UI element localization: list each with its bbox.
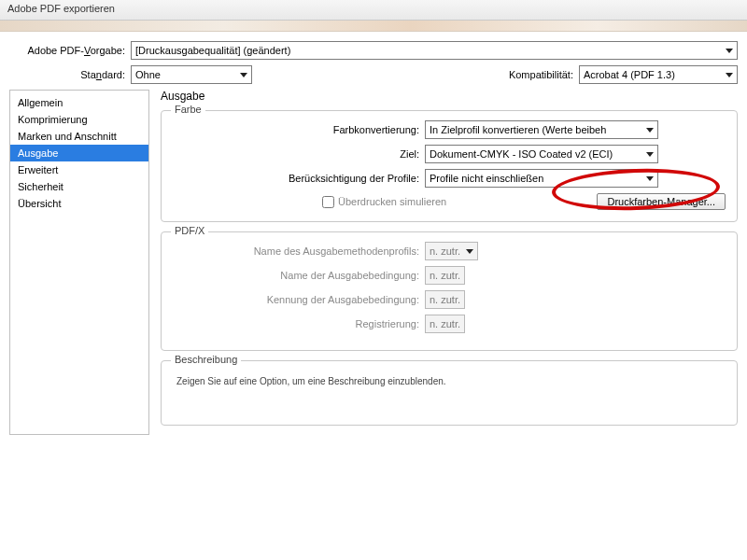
overprint-input[interactable]: [322, 196, 334, 208]
window-titlebar: Adobe PDF exportieren: [0, 0, 747, 21]
sidebar-item-label: Ausgabe: [18, 147, 58, 159]
pdfx-profile-name-label: Name des Ausgabemethodenprofils:: [173, 245, 425, 257]
chevron-down-icon: [646, 128, 654, 133]
category-sidebar: Allgemein Komprimierung Marken und Ansch…: [9, 90, 149, 435]
chevron-down-icon: [240, 73, 247, 77]
standard-select[interactable]: Ohne: [131, 65, 252, 84]
pdfx-title: PDF/X: [171, 225, 208, 236]
compat-label: Kompatibilität:: [509, 69, 579, 80]
sidebar-item-ausgabe[interactable]: Ausgabe: [10, 145, 148, 161]
target-value: Dokument-CMYK - ISO Coated v2 (ECI): [430, 148, 613, 160]
sidebar-item-sicherheit[interactable]: Sicherheit: [10, 178, 148, 195]
pdfx-condition-name-field: n. zutr.: [425, 266, 465, 285]
pdfx-condition-id-label: Kennung der Ausgabebedingung:: [173, 294, 425, 305]
farbe-group: Farbe Farbkonvertierung: In Zielprofil k…: [161, 110, 738, 222]
chevron-down-icon: [646, 176, 654, 181]
preset-value: [Druckausgabequalität] (geändert): [135, 45, 290, 56]
sidebar-item-uebersicht[interactable]: Übersicht: [10, 195, 148, 212]
sidebar-item-label: Übersicht: [18, 198, 61, 209]
overprint-label: Überdrucken simulieren: [338, 196, 446, 207]
sidebar-item-allgemein[interactable]: Allgemein: [10, 94, 148, 111]
chevron-down-icon: [726, 49, 733, 53]
pdfx-registry-label: Registrierung:: [173, 318, 425, 329]
description-title: Beschreibung: [171, 354, 241, 365]
standard-label: Standard:: [9, 69, 131, 80]
ink-manager-button[interactable]: Druckfarben-Manager...: [597, 193, 726, 210]
decorative-strip: [0, 21, 747, 32]
target-select[interactable]: Dokument-CMYK - ISO Coated v2 (ECI): [425, 145, 658, 163]
window-title: Adobe PDF exportieren: [7, 3, 115, 14]
conversion-value: In Zielprofil konvertieren (Werte beibeh: [430, 124, 606, 135]
chevron-down-icon: [466, 249, 473, 254]
sidebar-item-marken[interactable]: Marken und Anschnitt: [10, 128, 148, 145]
preset-select[interactable]: [Druckausgabequalität] (geändert): [131, 41, 738, 60]
pdfx-group: PDF/X Name des Ausgabemethodenprofils: n…: [161, 231, 738, 351]
conversion-select[interactable]: In Zielprofil konvertieren (Werte beibeh: [425, 120, 658, 139]
sidebar-item-label: Erweitert: [18, 164, 58, 175]
chevron-down-icon: [646, 152, 654, 157]
sidebar-item-label: Allgemein: [18, 97, 63, 108]
farbe-title: Farbe: [171, 104, 205, 115]
sidebar-item-komprimierung[interactable]: Komprimierung: [10, 111, 148, 128]
preset-label: Adobe PDF-Vorgabe:: [9, 45, 131, 56]
sidebar-item-erweitert[interactable]: Erweitert: [10, 161, 148, 178]
pdfx-registry-field: n. zutr.: [425, 315, 465, 333]
pdfx-condition-id-field: n. zutr.: [425, 290, 465, 309]
compat-value: Acrobat 4 (PDF 1.3): [584, 69, 675, 80]
pdfx-condition-name-label: Name der Ausgabebedingung:: [173, 270, 425, 281]
pdfx-profile-name-select: n. zutr.: [425, 242, 478, 260]
standard-value: Ohne: [135, 69, 161, 80]
sidebar-item-label: Marken und Anschnitt: [18, 131, 117, 142]
profiles-select[interactable]: Profile nicht einschließen: [425, 169, 658, 188]
pdfx-registry-value: n. zutr.: [430, 318, 460, 329]
pdfx-condition-id-value: n. zutr.: [430, 294, 460, 305]
profiles-label: Berücksichtigung der Profile:: [173, 173, 425, 184]
sidebar-item-label: Sicherheit: [18, 181, 63, 192]
panel-heading: Ausgabe: [161, 90, 738, 103]
profiles-value: Profile nicht einschließen: [430, 173, 543, 184]
description-text: Zeigen Sie auf eine Option, um eine Besc…: [173, 371, 726, 392]
chevron-down-icon: [726, 73, 733, 77]
sidebar-item-label: Komprimierung: [18, 114, 88, 125]
compat-select[interactable]: Acrobat 4 (PDF 1.3): [579, 65, 738, 84]
target-label: Ziel:: [173, 148, 425, 160]
description-group: Beschreibung Zeigen Sie auf eine Option,…: [161, 360, 738, 426]
pdfx-condition-name-value: n. zutr.: [430, 270, 460, 281]
pdfx-profile-name-value: n. zutr.: [430, 245, 460, 257]
overprint-checkbox[interactable]: Überdrucken simulieren: [322, 196, 446, 208]
conversion-label: Farbkonvertierung:: [173, 124, 425, 135]
